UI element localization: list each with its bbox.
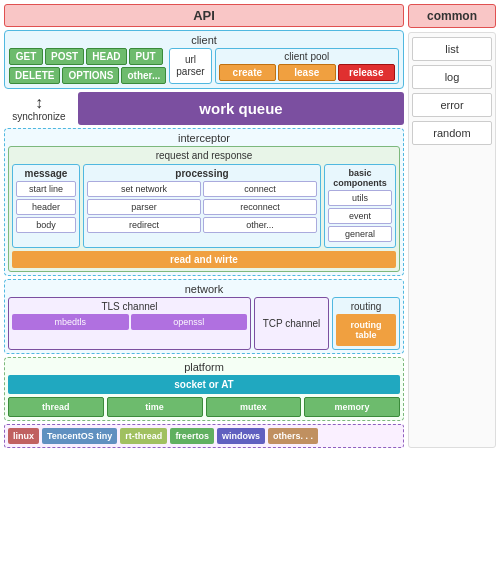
platform-title: platform [8, 361, 400, 373]
processing-title: processing [87, 168, 317, 179]
req-resp-title: request and response [12, 150, 396, 161]
tcp-title: TCP channel [263, 318, 321, 329]
tcp-section: TCP channel [254, 297, 329, 350]
proc-reconnect: reconnect [203, 199, 317, 215]
tls-mbedtls: mbedtls [12, 314, 129, 330]
platform-items: thread time mutex memory [8, 397, 400, 417]
btn-options[interactable]: OPTIONS [62, 67, 119, 84]
client-title: client [9, 34, 399, 46]
sync-label: synchronize [12, 111, 65, 122]
req-resp-content: message start line header body processin… [12, 164, 396, 248]
message-body: body [16, 217, 76, 233]
message-header: header [16, 199, 76, 215]
common-label: common [408, 4, 496, 28]
os-windows: windows [217, 428, 265, 444]
message-box: message start line header body [12, 164, 80, 248]
proc-redirect: redirect [87, 217, 201, 233]
api-label: API [193, 8, 215, 23]
req-resp-section: request and response message start line … [8, 146, 400, 272]
url-parser-label: urlparser [176, 54, 204, 78]
btn-post[interactable]: POST [45, 48, 84, 65]
platform-time: time [107, 397, 203, 417]
interceptor-section: interceptor request and response message… [4, 128, 404, 276]
sync-wq-row: ↕ synchronize work queue [4, 92, 404, 125]
btn-get[interactable]: GET [9, 48, 43, 65]
btn-delete[interactable]: DELETE [9, 67, 60, 84]
sync-box: ↕ synchronize [4, 95, 74, 122]
proc-setnetwork: set network [87, 181, 201, 197]
btn-other[interactable]: other... [121, 67, 166, 84]
work-queue-box: work queue [78, 92, 404, 125]
network-section: network TLS channel mbedtls openssl TCP … [4, 279, 404, 354]
basic-components-box: basiccomponents utils event general [324, 164, 396, 248]
routing-section: routing routingtable [332, 297, 400, 350]
common-list: list [412, 37, 492, 61]
btn-lease[interactable]: lease [278, 64, 335, 81]
tls-items: mbedtls openssl [12, 314, 247, 330]
tls-openssl: openssl [131, 314, 248, 330]
os-freertos: freertos [170, 428, 214, 444]
proc-parser: parser [87, 199, 201, 215]
common-log: log [412, 65, 492, 89]
work-queue-label: work queue [199, 100, 282, 117]
tls-title: TLS channel [12, 301, 247, 312]
right-items: list log error random [408, 32, 496, 448]
method-row-2: DELETE OPTIONS other... [9, 67, 166, 84]
common-error: error [412, 93, 492, 117]
btn-head[interactable]: HEAD [86, 48, 126, 65]
network-content: TLS channel mbedtls openssl TCP channel … [8, 297, 400, 350]
platform-thread: thread [8, 397, 104, 417]
proc-connect: connect [203, 181, 317, 197]
os-rtthread: rt-thread [120, 428, 167, 444]
processing-box: processing set network connect parser re… [83, 164, 321, 248]
socket-bar: socket or AT [8, 375, 400, 394]
basic-utils: utils [328, 190, 392, 206]
sync-arrows: ↕ [35, 95, 43, 111]
client-pool-section: client pool create lease release [215, 48, 399, 84]
routing-title: routing [336, 301, 396, 312]
client-section: client GET POST HEAD PUT DELETE OPTIONS … [4, 30, 404, 89]
routing-table-box: routingtable [336, 314, 396, 346]
btn-release[interactable]: release [338, 64, 395, 81]
os-linux: linux [8, 428, 39, 444]
btn-put[interactable]: PUT [129, 48, 163, 65]
message-title: message [16, 168, 76, 179]
client-pool-buttons: create lease release [219, 64, 395, 81]
proc-other: other... [203, 217, 317, 233]
tls-section: TLS channel mbedtls openssl [8, 297, 251, 350]
os-items: linux TencentOS tiny rt-thread freertos … [8, 428, 400, 444]
platform-memory: memory [304, 397, 400, 417]
basic-event: event [328, 208, 392, 224]
common-random: random [412, 121, 492, 145]
os-tencent: TencentOS tiny [42, 428, 117, 444]
proc-grid: set network connect parser reconnect red… [87, 181, 317, 233]
api-bar: API [4, 4, 404, 27]
read-write-bar: read and wirte [12, 251, 396, 268]
platform-section: platform socket or AT thread time mutex … [4, 357, 404, 421]
url-parser-box: urlparser [169, 48, 211, 84]
client-pool-title: client pool [219, 51, 395, 62]
right-column: common list log error random [408, 4, 496, 448]
basic-title: basiccomponents [328, 168, 392, 188]
method-row-1: GET POST HEAD PUT [9, 48, 166, 65]
platform-mutex: mutex [206, 397, 302, 417]
os-bar: linux TencentOS tiny rt-thread freertos … [4, 424, 404, 448]
network-title: network [8, 283, 400, 295]
btn-create[interactable]: create [219, 64, 276, 81]
basic-general: general [328, 226, 392, 242]
os-others: others. . . [268, 428, 318, 444]
message-startline: start line [16, 181, 76, 197]
client-methods: GET POST HEAD PUT DELETE OPTIONS other..… [9, 48, 166, 84]
interceptor-title: interceptor [8, 132, 400, 144]
